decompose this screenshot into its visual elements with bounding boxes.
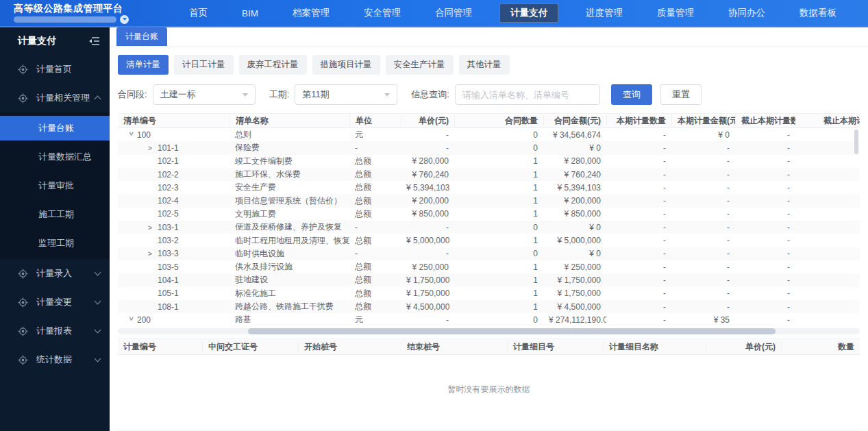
top-nav: 首页BIM档案管理安全管理合同管理计量支付进度管理质量管理协同办公数据看板系统设… — [182, 3, 868, 23]
cell: >102-1 — [118, 156, 230, 166]
table-row[interactable]: >200路基元-0¥ 274,112,190.01-¥ 35-- — [118, 313, 860, 326]
row-code: 102-5 — [158, 209, 179, 219]
nav-item[interactable]: 计量支付 — [499, 3, 558, 23]
sub-tab[interactable]: 清单计量 — [118, 55, 169, 75]
table-row[interactable]: >102-5文明施工费总额¥ 850,0001¥ 850,000---- — [118, 208, 860, 221]
period-select[interactable]: 第11期 — [295, 84, 397, 105]
table-row[interactable]: >100总则元-0¥ 34,564,674-¥ 0-- — [118, 128, 860, 141]
sidebar-subitem[interactable]: 监理工期 — [0, 229, 110, 258]
cell: - — [735, 183, 795, 193]
sidebar-item-label: 计量首页 — [36, 63, 72, 75]
nav-item[interactable]: 数据看板 — [793, 3, 843, 23]
cell: - — [671, 196, 735, 206]
cell: - — [671, 302, 735, 312]
expand-row-icon[interactable]: > — [148, 145, 158, 152]
ledger-table-body: >100总则元-0¥ 34,564,674-¥ 0-->101-1保险费--0¥… — [118, 128, 860, 326]
nav-item[interactable]: 首页 — [182, 3, 214, 23]
sub-tab[interactable]: 废弃工程计量 — [239, 55, 307, 75]
chevron-down-icon — [95, 269, 101, 276]
table-row[interactable]: >103-2临时工程用地租用及清理、恢复与还...总额¥ 5,000,0001¥… — [118, 234, 860, 247]
cell: ¥ 4,500,000 — [543, 302, 606, 312]
table-row[interactable]: >104-1驻地建设总额¥ 1,750,0001¥ 1,750,000---- — [118, 273, 860, 286]
cell: 安全生产费 — [230, 182, 349, 193]
cell: >103-5 — [118, 262, 230, 272]
cell: - — [671, 288, 735, 298]
search-input[interactable] — [455, 84, 600, 105]
collapse-row-icon[interactable]: > — [127, 132, 135, 140]
cell: >102-5 — [118, 209, 230, 219]
sidebar-subitem[interactable]: 施工工期 — [0, 200, 110, 229]
cell: - — [671, 262, 735, 272]
expand-row-icon[interactable]: > — [148, 250, 158, 258]
cell: - — [735, 288, 795, 298]
cell: - — [735, 249, 795, 258]
table-row[interactable]: >105-1标准化施工总额¥ 1,750,0001¥ 1,750,000---- — [118, 287, 860, 300]
topbar: 高等级公路集成管理平台 首页BIM档案管理安全管理合同管理计量支付进度管理质量管… — [0, 0, 868, 27]
table-row[interactable]: >102-2施工环保、水保费总额¥ 760,2401¥ 760,240---- — [118, 168, 860, 181]
sidebar-item[interactable]: 计量报表 — [0, 317, 110, 345]
expand-row-icon[interactable]: > — [148, 224, 158, 232]
collapse-sidebar-icon[interactable] — [89, 36, 100, 46]
cell: - — [735, 236, 795, 245]
table-row[interactable]: >102-4项目信息管理系统（暂估价）总额¥ 200,0001¥ 200,000… — [118, 194, 860, 207]
sidebar-item-label: 统计数据 — [36, 354, 72, 366]
project-switch-chevron[interactable] — [120, 15, 129, 24]
cell: - — [606, 262, 671, 272]
table-row[interactable]: >103-1便道及便桥修建、养护及恢复--0¥ 0---- — [118, 221, 860, 234]
sidebar-subitem[interactable]: 计量审批 — [0, 171, 110, 200]
query-button[interactable]: 查询 — [611, 84, 652, 105]
cell: 施工环保、水保费 — [230, 169, 349, 180]
nav-item[interactable]: 合同管理 — [428, 3, 479, 23]
cell: ¥ 280,000 — [401, 156, 454, 166]
sidebar-item[interactable]: 计量变更 — [0, 288, 110, 317]
column-header: 中间交工证号 — [202, 341, 298, 353]
page-tab-ledger[interactable]: 计量台账 — [116, 27, 167, 46]
sub-tab[interactable]: 计日工计量 — [174, 55, 234, 75]
cell: >200 — [118, 315, 230, 325]
redacted-project-name — [14, 16, 116, 23]
row-code: 103-1 — [158, 223, 179, 232]
table-row[interactable]: >102-1竣工文件编制费总额¥ 280,0001¥ 280,000---- — [118, 155, 860, 168]
nav-item[interactable]: 协同办公 — [721, 3, 772, 23]
sub-tab[interactable]: 安全生产计量 — [386, 55, 454, 75]
nav-item[interactable]: 进度管理 — [579, 3, 630, 23]
sub-tabs: 清单计量计日工计量废弃工程计量措施项目计量安全生产计量其他计量 — [110, 47, 868, 75]
collapse-row-icon[interactable]: > — [127, 317, 135, 325]
reset-button[interactable]: 重置 — [660, 84, 702, 105]
cell: - — [671, 275, 735, 285]
chevron-down-icon — [384, 93, 390, 99]
sidebar-subitem[interactable]: 计量数据汇总 — [0, 143, 110, 171]
table-row[interactable]: >103-3临时供电设施--0¥ 0---- — [118, 247, 860, 260]
cell: 总额 — [349, 208, 401, 220]
table-row[interactable]: >102-3安全生产费总额¥ 5,394,1031¥ 5,394,103---- — [118, 181, 860, 194]
menu-icon — [18, 269, 28, 279]
sidebar-item[interactable]: 统计数据 — [0, 345, 110, 374]
column-header: 清单名称 — [230, 115, 349, 127]
chevron-down-icon — [123, 18, 127, 23]
cell: - — [671, 143, 735, 153]
horizontal-scrollbar-thumb[interactable] — [248, 328, 776, 334]
cell: 临时供电设施 — [230, 248, 349, 260]
sub-tab[interactable]: 措施项目计量 — [312, 55, 380, 75]
nav-item[interactable]: 安全管理 — [357, 3, 408, 23]
vertical-scrollbar[interactable] — [854, 130, 858, 154]
cell: - — [349, 223, 401, 232]
cell: - — [735, 143, 795, 153]
cell: ¥ 250,000 — [401, 262, 454, 272]
nav-item[interactable]: 质量管理 — [650, 3, 701, 23]
sidebar-item[interactable]: 计量相关管理 — [0, 84, 110, 112]
table-row[interactable]: >101-1保险费--0¥ 0---- — [118, 141, 860, 154]
sidebar-subitem[interactable]: 计量台账 — [0, 116, 110, 140]
cell: 元 — [349, 129, 401, 140]
sub-tab[interactable]: 其他计量 — [459, 55, 510, 75]
cell: ¥ 0 — [543, 223, 606, 232]
nav-item[interactable]: 档案管理 — [286, 3, 336, 23]
table-row[interactable]: >103-5供水及排污设施总额¥ 250,0001¥ 250,000---- — [118, 260, 860, 273]
nav-item[interactable]: BIM — [235, 5, 265, 22]
table-row[interactable]: >108-1跨越公路、铁路施工干扰费总额¥ 4,500,0001¥ 4,500,… — [118, 300, 860, 313]
sidebar-item[interactable]: 计量首页 — [0, 55, 110, 84]
cell: - — [795, 288, 860, 298]
contract-select[interactable]: 土建一标 — [153, 84, 256, 105]
nav-item[interactable]: 系统设定 — [864, 3, 868, 23]
sidebar-item[interactable]: 计量录入 — [0, 259, 110, 288]
